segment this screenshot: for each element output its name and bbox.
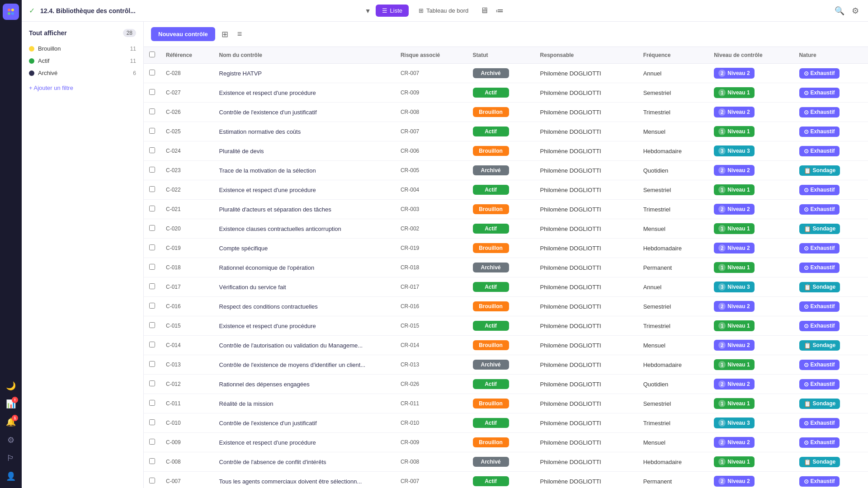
niveau-badge: 1 Niveau 1	[714, 320, 754, 331]
row-checkbox[interactable]	[149, 419, 155, 425]
row-name[interactable]: Respect des conditions contractuelles	[214, 297, 395, 316]
row-checkbox[interactable]	[149, 89, 155, 95]
filter-brouillon[interactable]: Brouillon 11	[29, 42, 136, 55]
row-checkbox[interactable]	[149, 439, 155, 445]
niveau-number: 1	[718, 458, 726, 465]
row-checkbox[interactable]	[149, 361, 155, 367]
row-checkbox[interactable]	[149, 167, 155, 173]
list-settings-icon[interactable]: ≔	[494, 4, 505, 18]
row-frequence: Quotidien	[638, 161, 709, 180]
app-logo[interactable]	[3, 4, 19, 20]
row-checkbox[interactable]	[149, 108, 155, 114]
table-row[interactable]: C-014 Contrôle de l'autorisation ou vali…	[144, 336, 868, 355]
row-name[interactable]: Trace de la motivation de la sélection	[214, 161, 395, 180]
table-row[interactable]: C-018 Rationnel économique de l'opératio…	[144, 258, 868, 277]
row-checkbox[interactable]	[149, 264, 155, 270]
row-niveau: 3 Niveau 3	[708, 413, 793, 433]
row-niveau: 1 Niveau 1	[708, 452, 793, 472]
table-row[interactable]: C-024 Pluralité de devis CR-006 Brouillo…	[144, 141, 868, 161]
row-name[interactable]: Tous les agents commerciaux doivent être…	[214, 472, 395, 488]
row-checkbox[interactable]	[149, 478, 155, 483]
row-checkbox[interactable]	[149, 186, 155, 192]
tab-liste[interactable]: ☰ Liste	[376, 5, 409, 17]
row-name[interactable]: Existence et respect d'une procédure	[214, 83, 395, 103]
search-icon[interactable]: 🔍	[833, 4, 846, 18]
row-checkbox[interactable]	[149, 342, 155, 347]
status-badge: Actif	[473, 379, 509, 389]
table-row[interactable]: C-019 Compte spécifique CR-019 Brouillon…	[144, 239, 868, 258]
table-row[interactable]: C-027 Existence et respect d'une procédu…	[144, 83, 868, 103]
table-row[interactable]: C-011 Réalité de la mission CR-011 Broui…	[144, 394, 868, 413]
select-all-checkbox[interactable]	[149, 52, 155, 57]
row-checkbox[interactable]	[149, 380, 155, 386]
table-row[interactable]: C-022 Existence et respect d'une procédu…	[144, 180, 868, 200]
row-checkbox[interactable]	[149, 458, 155, 464]
row-name[interactable]: Contrôle de l'existence d'un justificati…	[214, 103, 395, 122]
row-checkbox[interactable]	[149, 303, 155, 309]
table-row[interactable]: C-008 Contrôle de l'absence de conflit d…	[144, 452, 868, 472]
row-name[interactable]: Existence et respect d'une procédure	[214, 316, 395, 336]
row-name[interactable]: Contrôle de l'existence de moyens d'iden…	[214, 355, 395, 375]
row-name[interactable]: Rationnel économique de l'opération	[214, 258, 395, 277]
row-checkbox[interactable]	[149, 225, 155, 231]
table-row[interactable]: C-020 Existence clauses contractuelles a…	[144, 219, 868, 239]
controls-table: Référence Nom du contrôle Risque associé…	[144, 47, 868, 488]
row-checkbox[interactable]	[149, 283, 155, 289]
add-filter-button[interactable]: + Ajouter un filtre	[29, 84, 73, 91]
new-control-button[interactable]: Nouveau contrôle	[151, 27, 215, 41]
filter-actif[interactable]: Actif 11	[29, 55, 136, 67]
row-checkbox[interactable]	[149, 147, 155, 153]
row-checkbox[interactable]	[149, 206, 155, 211]
table-row[interactable]: C-007 Tous les agents commerciaux doiven…	[144, 472, 868, 488]
moon-icon[interactable]: 🌙	[3, 378, 19, 394]
row-name[interactable]: Estimation normative des coûts	[214, 122, 395, 141]
gear-icon[interactable]: ⚙	[850, 4, 861, 18]
table-row[interactable]: C-021 Pluralité d'acteurs et séparation …	[144, 200, 868, 219]
row-name[interactable]: Existence et respect d'une procédure	[214, 433, 395, 452]
row-name[interactable]: Contrôle de l'existence d'un justificati…	[214, 413, 395, 433]
row-name[interactable]: Existence clauses contractuelles anticor…	[214, 219, 395, 239]
table-row[interactable]: C-028 Registre HATVP CR-007 Archivé Phil…	[144, 64, 868, 83]
table-row[interactable]: C-016 Respect des conditions contractuel…	[144, 297, 868, 316]
row-frequence: Permanent	[638, 472, 709, 488]
settings-icon[interactable]: ⚙	[3, 432, 19, 448]
tab-tableau-bord[interactable]: ⊞ Tableau de bord	[412, 5, 475, 17]
row-responsable: Philomène DOGLIOTTI	[535, 239, 638, 258]
table-row[interactable]: C-017 Vérification du service fait CR-01…	[144, 277, 868, 297]
table-row[interactable]: C-025 Estimation normative des coûts CR-…	[144, 122, 868, 141]
row-risk: CR-007	[395, 472, 467, 488]
row-checkbox[interactable]	[149, 244, 155, 250]
table-row[interactable]: C-010 Contrôle de l'existence d'un justi…	[144, 413, 868, 433]
row-checkbox[interactable]	[149, 322, 155, 328]
table-row[interactable]: C-012 Rationnel des dépenses engagées CR…	[144, 375, 868, 394]
row-name[interactable]: Existence et respect d'une procédure	[214, 180, 395, 200]
columns-icon[interactable]: ⊞	[219, 28, 231, 41]
nature-badge: ⊙ Exhaustif	[799, 263, 840, 273]
row-status: Actif	[467, 375, 535, 394]
row-checkbox[interactable]	[149, 400, 155, 406]
filter-archive[interactable]: Archivé 6	[29, 67, 136, 79]
list-icon[interactable]: ≡	[235, 28, 245, 41]
row-reference: C-007	[160, 472, 214, 488]
row-name[interactable]: Pluralité de devis	[214, 141, 395, 161]
row-checkbox[interactable]	[149, 70, 155, 75]
row-checkbox[interactable]	[149, 128, 155, 134]
row-name[interactable]: Contrôle de l'absence de conflit d'intér…	[214, 452, 395, 472]
row-name[interactable]: Rationnel des dépenses engagées	[214, 375, 395, 394]
row-name[interactable]: Compte spécifique	[214, 239, 395, 258]
row-name[interactable]: Registre HATVP	[214, 64, 395, 83]
row-name[interactable]: Vérification du service fait	[214, 277, 395, 297]
table-row[interactable]: C-009 Existence et respect d'une procédu…	[144, 433, 868, 452]
title-dropdown-button[interactable]: ▼	[364, 6, 372, 15]
row-responsable: Philomène DOGLIOTTI	[535, 258, 638, 277]
row-name[interactable]: Pluralité d'acteurs et séparation des tâ…	[214, 200, 395, 219]
user-icon[interactable]: 👤	[3, 468, 19, 484]
row-name[interactable]: Contrôle de l'autorisation ou validation…	[214, 336, 395, 355]
table-row[interactable]: C-013 Contrôle de l'existence de moyens …	[144, 355, 868, 375]
row-name[interactable]: Réalité de la mission	[214, 394, 395, 413]
table-row[interactable]: C-015 Existence et respect d'une procédu…	[144, 316, 868, 336]
table-row[interactable]: C-026 Contrôle de l'existence d'un justi…	[144, 103, 868, 122]
monitor-icon[interactable]: 🖥	[478, 4, 490, 17]
flag-icon[interactable]: 🏳	[3, 450, 19, 466]
table-row[interactable]: C-023 Trace de la motivation de la sélec…	[144, 161, 868, 180]
